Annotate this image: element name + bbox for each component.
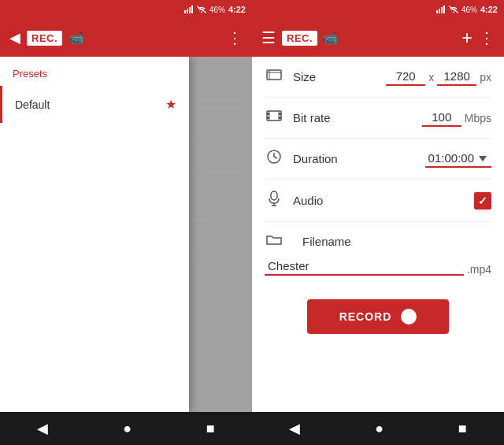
right-back-nav-icon[interactable]: ◀ — [289, 420, 300, 437]
size-height[interactable]: 1280 — [437, 68, 476, 86]
bitrate-unit: Mbps — [465, 112, 491, 124]
duration-dropdown[interactable]: 01:00:00 — [425, 150, 491, 168]
svg-rect-25 — [271, 191, 277, 200]
star-icon: ★ — [165, 97, 176, 112]
right-battery-percent: 46% — [461, 6, 477, 14]
right-recent-nav-icon[interactable]: ■ — [458, 421, 467, 437]
record-circle-icon — [401, 309, 417, 324]
filename-label: Filename — [302, 235, 491, 248]
bitrate-icon — [265, 109, 284, 126]
left-main-content: 1280 px 00 Mbps 0:00 .mp4 Presets — [0, 57, 252, 412]
battery-percent: 46% — [209, 6, 225, 14]
svg-rect-7 — [439, 9, 440, 13]
duration-row: Duration 01:00:00 — [265, 139, 491, 180]
size-x: x — [428, 71, 434, 83]
audio-label: Audio — [293, 194, 474, 207]
back-nav-icon[interactable]: ◀ — [37, 420, 48, 437]
clock-icon — [267, 150, 281, 164]
record-button-label: RECORD — [339, 310, 392, 323]
bitrate-value: 100 Mbps — [422, 109, 491, 127]
filename-icon — [265, 233, 284, 250]
svg-rect-3 — [191, 6, 193, 13]
film-icon — [266, 109, 282, 122]
size-row: Size 720 x 1280 px — [265, 57, 491, 98]
right-wifi-icon — [449, 6, 458, 13]
size-width[interactable]: 720 — [386, 68, 425, 86]
size-value: 720 x 1280 px — [386, 68, 491, 86]
audio-icon — [265, 191, 284, 210]
folder-icon — [266, 233, 282, 246]
left-nav-bar: ◀ ● ■ — [0, 412, 252, 445]
bitrate-label: Bit rate — [293, 111, 422, 124]
right-home-nav-icon[interactable]: ● — [375, 421, 384, 437]
duration-value[interactable]: 01:00:00 — [425, 150, 491, 168]
audio-checkbox-container[interactable] — [474, 192, 491, 210]
size-icon — [265, 69, 284, 85]
app-logo: REC. — [27, 31, 62, 46]
duration-time: 01:00:00 — [428, 151, 474, 165]
right-nav-bar: ◀ ● ■ — [252, 412, 504, 445]
duration-icon — [265, 150, 284, 168]
recent-nav-icon[interactable]: ■ — [206, 421, 215, 437]
size-unit: px — [480, 71, 491, 83]
right-signal-icon — [436, 6, 446, 13]
duration-label: Duration — [293, 152, 425, 165]
presets-section-title: Presets — [0, 57, 189, 86]
svg-marker-24 — [479, 156, 487, 161]
audio-row: Audio — [265, 180, 491, 222]
menu-icon[interactable]: ☰ — [261, 28, 276, 47]
right-app-logo: REC. — [282, 31, 317, 46]
microphone-icon — [268, 191, 280, 206]
left-toolbar: ◀ REC. 📹 ⋮ — [0, 19, 252, 57]
duration-arrow-icon — [477, 154, 488, 162]
back-icon[interactable]: ◀ — [9, 29, 20, 46]
right-status-time: 4:22 — [480, 5, 498, 14]
filename-input-row: .mp4 — [265, 258, 491, 276]
right-phone-panel: 46% 4:22 ☰ REC. 📹 + ⋮ Size 7 — [252, 0, 504, 445]
right-more-icon[interactable]: ⋮ — [479, 28, 495, 47]
camera-icon: 📹 — [69, 31, 84, 46]
drawer-item-label: Default — [15, 98, 165, 111]
size-label: Size — [293, 70, 386, 83]
filename-extension: .mp4 — [467, 263, 491, 276]
right-main-content: Size 720 x 1280 px Bit — [252, 57, 504, 412]
svg-rect-1 — [187, 9, 188, 13]
right-camera-icon: 📹 — [322, 31, 338, 46]
svg-rect-8 — [441, 7, 443, 13]
svg-rect-9 — [443, 6, 445, 13]
bitrate-number[interactable]: 100 — [422, 109, 461, 127]
record-button[interactable]: RECORD — [307, 299, 449, 334]
right-status-right: 46% 4:22 — [436, 5, 498, 14]
svg-rect-6 — [436, 10, 438, 13]
filename-section: Filename .mp4 — [265, 222, 491, 287]
svg-rect-0 — [184, 10, 186, 13]
record-button-section: RECORD — [265, 287, 491, 340]
right-status-bar: 46% 4:22 — [252, 0, 504, 19]
svg-line-23 — [274, 157, 277, 158]
left-phone-panel: 46% 4:22 ◀ REC. 📹 ⋮ 1280 px 00 Mbps 0:00 — [0, 0, 252, 445]
more-icon[interactable]: ⋮ — [227, 28, 243, 47]
filename-label-row: Filename — [265, 233, 491, 250]
right-toolbar: ☰ REC. 📹 + ⋮ — [252, 19, 504, 57]
status-time: 4:22 — [228, 5, 246, 14]
svg-rect-2 — [189, 7, 191, 13]
home-nav-icon[interactable]: ● — [123, 421, 132, 437]
presets-drawer: Presets Default ★ — [0, 57, 189, 412]
wifi-icon — [197, 6, 206, 13]
signal-icon — [184, 6, 194, 13]
filename-input[interactable] — [265, 258, 464, 276]
left-status-right: 46% 4:22 — [184, 5, 246, 14]
left-status-bar: 46% 4:22 — [0, 0, 252, 19]
drawer-item-default[interactable]: Default ★ — [0, 86, 189, 123]
bitrate-row: Bit rate 100 Mbps — [265, 98, 491, 139]
add-icon[interactable]: + — [461, 27, 472, 49]
audio-checkbox[interactable] — [474, 192, 491, 210]
size-settings-icon — [266, 69, 282, 81]
